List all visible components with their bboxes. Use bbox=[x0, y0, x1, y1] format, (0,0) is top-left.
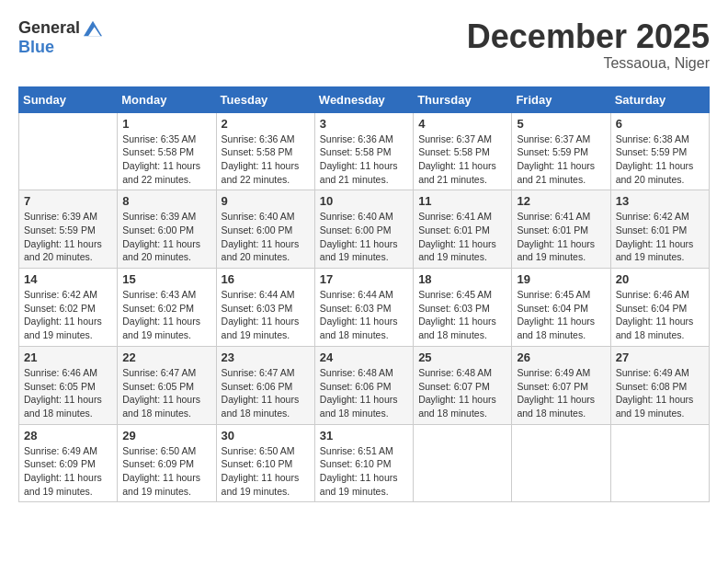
logo-general-text: General bbox=[18, 18, 80, 38]
day-number: 10 bbox=[320, 194, 408, 208]
day-number: 13 bbox=[616, 194, 704, 208]
day-info: Sunrise: 6:42 AM Sunset: 6:02 PM Dayligh… bbox=[24, 288, 112, 342]
calendar-cell: 8Sunrise: 6:39 AM Sunset: 6:00 PM Daylig… bbox=[118, 190, 216, 269]
calendar-cell: 6Sunrise: 6:38 AM Sunset: 5:59 PM Daylig… bbox=[610, 112, 709, 190]
day-number: 17 bbox=[320, 272, 408, 286]
calendar-cell: 30Sunrise: 6:50 AM Sunset: 6:10 PM Dayli… bbox=[216, 424, 314, 502]
calendar-cell: 15Sunrise: 6:43 AM Sunset: 6:02 PM Dayli… bbox=[118, 269, 216, 347]
day-number: 24 bbox=[320, 350, 408, 364]
calendar-cell: 5Sunrise: 6:37 AM Sunset: 5:59 PM Daylig… bbox=[512, 112, 610, 190]
day-number: 18 bbox=[418, 272, 506, 286]
calendar-cell: 7Sunrise: 6:39 AM Sunset: 5:59 PM Daylig… bbox=[19, 190, 118, 269]
day-info: Sunrise: 6:36 AM Sunset: 5:58 PM Dayligh… bbox=[320, 132, 408, 187]
calendar-cell: 18Sunrise: 6:45 AM Sunset: 6:03 PM Dayli… bbox=[414, 269, 512, 347]
day-info: Sunrise: 6:45 AM Sunset: 6:04 PM Dayligh… bbox=[517, 288, 605, 342]
calendar-cell: 9Sunrise: 6:40 AM Sunset: 6:00 PM Daylig… bbox=[216, 190, 314, 269]
day-number: 20 bbox=[616, 272, 704, 286]
calendar-cell: 21Sunrise: 6:46 AM Sunset: 6:05 PM Dayli… bbox=[19, 346, 118, 424]
location: Tessaoua, Niger bbox=[467, 55, 710, 72]
day-info: Sunrise: 6:45 AM Sunset: 6:03 PM Dayligh… bbox=[418, 288, 506, 342]
calendar-table: SundayMondayTuesdayWednesdayThursdayFrid… bbox=[18, 86, 710, 503]
day-number: 6 bbox=[616, 117, 704, 131]
weekday-header-friday: Friday bbox=[512, 86, 610, 112]
calendar-cell: 10Sunrise: 6:40 AM Sunset: 6:00 PM Dayli… bbox=[314, 190, 413, 269]
day-info: Sunrise: 6:39 AM Sunset: 5:59 PM Dayligh… bbox=[24, 210, 112, 264]
calendar-cell: 12Sunrise: 6:41 AM Sunset: 6:01 PM Dayli… bbox=[512, 190, 610, 269]
day-number: 14 bbox=[24, 272, 112, 286]
calendar-cell: 14Sunrise: 6:42 AM Sunset: 6:02 PM Dayli… bbox=[19, 269, 118, 347]
day-number: 16 bbox=[222, 272, 310, 286]
weekday-header-tuesday: Tuesday bbox=[216, 86, 314, 112]
calendar-cell bbox=[512, 424, 610, 502]
day-info: Sunrise: 6:51 AM Sunset: 6:10 PM Dayligh… bbox=[320, 444, 408, 499]
day-info: Sunrise: 6:42 AM Sunset: 6:01 PM Dayligh… bbox=[616, 210, 704, 264]
day-number: 9 bbox=[222, 194, 310, 208]
calendar-cell: 3Sunrise: 6:36 AM Sunset: 5:58 PM Daylig… bbox=[314, 112, 413, 190]
weekday-header-sunday: Sunday bbox=[19, 86, 118, 112]
day-info: Sunrise: 6:47 AM Sunset: 6:05 PM Dayligh… bbox=[122, 366, 210, 420]
day-info: Sunrise: 6:46 AM Sunset: 6:05 PM Dayligh… bbox=[24, 366, 112, 420]
weekday-header-wednesday: Wednesday bbox=[314, 86, 413, 112]
day-info: Sunrise: 6:47 AM Sunset: 6:06 PM Dayligh… bbox=[222, 366, 310, 420]
weekday-header-monday: Monday bbox=[118, 86, 216, 112]
calendar-cell: 24Sunrise: 6:48 AM Sunset: 6:06 PM Dayli… bbox=[314, 346, 413, 424]
day-number: 29 bbox=[122, 429, 210, 442]
day-number: 15 bbox=[122, 272, 210, 286]
calendar-cell: 31Sunrise: 6:51 AM Sunset: 6:10 PM Dayli… bbox=[314, 424, 413, 502]
day-number: 27 bbox=[616, 350, 704, 364]
day-number: 11 bbox=[418, 194, 506, 208]
day-number: 3 bbox=[320, 117, 408, 131]
calendar-cell: 25Sunrise: 6:48 AM Sunset: 6:07 PM Dayli… bbox=[414, 346, 512, 424]
calendar-cell: 17Sunrise: 6:44 AM Sunset: 6:03 PM Dayli… bbox=[314, 269, 413, 347]
day-info: Sunrise: 6:50 AM Sunset: 6:09 PM Dayligh… bbox=[122, 444, 210, 499]
calendar-cell bbox=[414, 424, 512, 502]
day-number: 31 bbox=[320, 429, 408, 442]
day-number: 26 bbox=[517, 350, 605, 364]
calendar-cell: 19Sunrise: 6:45 AM Sunset: 6:04 PM Dayli… bbox=[512, 269, 610, 347]
day-number: 12 bbox=[517, 194, 605, 208]
weekday-header-thursday: Thursday bbox=[414, 86, 512, 112]
calendar-cell: 20Sunrise: 6:46 AM Sunset: 6:04 PM Dayli… bbox=[610, 269, 709, 347]
calendar-cell: 27Sunrise: 6:49 AM Sunset: 6:08 PM Dayli… bbox=[610, 346, 709, 424]
day-info: Sunrise: 6:43 AM Sunset: 6:02 PM Dayligh… bbox=[122, 288, 210, 342]
page-header: General Blue December 2025 Tessaoua, Nig… bbox=[18, 18, 710, 72]
calendar-cell: 4Sunrise: 6:37 AM Sunset: 5:58 PM Daylig… bbox=[414, 112, 512, 190]
logo-icon bbox=[84, 19, 102, 38]
day-info: Sunrise: 6:41 AM Sunset: 6:01 PM Dayligh… bbox=[517, 210, 605, 264]
day-info: Sunrise: 6:44 AM Sunset: 6:03 PM Dayligh… bbox=[222, 288, 310, 342]
day-info: Sunrise: 6:40 AM Sunset: 6:00 PM Dayligh… bbox=[222, 210, 310, 264]
day-number: 25 bbox=[418, 350, 506, 364]
day-number: 23 bbox=[222, 350, 310, 364]
day-number: 21 bbox=[24, 350, 112, 364]
day-info: Sunrise: 6:48 AM Sunset: 6:06 PM Dayligh… bbox=[320, 366, 408, 420]
day-number: 28 bbox=[24, 429, 112, 442]
calendar-cell: 26Sunrise: 6:49 AM Sunset: 6:07 PM Dayli… bbox=[512, 346, 610, 424]
day-number: 1 bbox=[122, 117, 210, 131]
calendar-cell bbox=[610, 424, 709, 502]
day-number: 5 bbox=[517, 117, 605, 131]
calendar-cell: 23Sunrise: 6:47 AM Sunset: 6:06 PM Dayli… bbox=[216, 346, 314, 424]
day-info: Sunrise: 6:48 AM Sunset: 6:07 PM Dayligh… bbox=[418, 366, 506, 420]
day-info: Sunrise: 6:39 AM Sunset: 6:00 PM Dayligh… bbox=[122, 210, 210, 264]
day-number: 7 bbox=[24, 194, 112, 208]
day-info: Sunrise: 6:40 AM Sunset: 6:00 PM Dayligh… bbox=[320, 210, 408, 264]
calendar-cell: 11Sunrise: 6:41 AM Sunset: 6:01 PM Dayli… bbox=[414, 190, 512, 269]
day-info: Sunrise: 6:46 AM Sunset: 6:04 PM Dayligh… bbox=[616, 288, 704, 342]
day-number: 4 bbox=[418, 117, 506, 131]
day-info: Sunrise: 6:35 AM Sunset: 5:58 PM Dayligh… bbox=[122, 132, 210, 187]
day-info: Sunrise: 6:38 AM Sunset: 5:59 PM Dayligh… bbox=[616, 132, 704, 187]
day-number: 19 bbox=[517, 272, 605, 286]
day-number: 2 bbox=[222, 117, 310, 131]
day-number: 30 bbox=[222, 429, 310, 442]
title-block: December 2025 Tessaoua, Niger bbox=[467, 18, 710, 72]
month-title: December 2025 bbox=[467, 18, 710, 55]
day-info: Sunrise: 6:37 AM Sunset: 5:59 PM Dayligh… bbox=[517, 132, 605, 187]
calendar-cell: 16Sunrise: 6:44 AM Sunset: 6:03 PM Dayli… bbox=[216, 269, 314, 347]
day-info: Sunrise: 6:41 AM Sunset: 6:01 PM Dayligh… bbox=[418, 210, 506, 264]
day-info: Sunrise: 6:49 AM Sunset: 6:09 PM Dayligh… bbox=[24, 444, 112, 499]
day-info: Sunrise: 6:50 AM Sunset: 6:10 PM Dayligh… bbox=[222, 444, 310, 499]
day-info: Sunrise: 6:49 AM Sunset: 6:07 PM Dayligh… bbox=[517, 366, 605, 420]
weekday-header-saturday: Saturday bbox=[610, 86, 709, 112]
logo-blue-text: Blue bbox=[18, 38, 54, 57]
calendar-cell: 13Sunrise: 6:42 AM Sunset: 6:01 PM Dayli… bbox=[610, 190, 709, 269]
